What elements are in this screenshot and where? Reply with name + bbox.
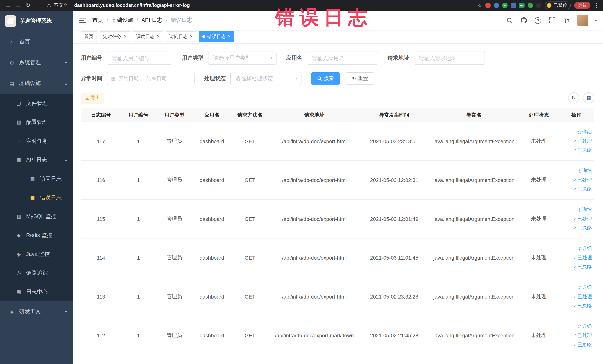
sidebar-item[interactable]: ◉Java 监控	[0, 245, 73, 263]
forward-icon[interactable]: →	[14, 2, 23, 8]
app-logo[interactable]: 芋道管理系统	[0, 11, 73, 32]
row-action-ignored-link[interactable]: ✓已忽略	[560, 223, 592, 233]
cell-actions: ◎详细✓已处理✓已忽略	[558, 122, 594, 161]
redis-monitor-icon: ◆	[15, 232, 22, 238]
row-action-ignored-link[interactable]: ✓已忽略	[560, 301, 592, 310]
close-icon[interactable]: ×	[157, 34, 160, 39]
api-log-icon: ▧	[15, 157, 22, 163]
sidebar-item[interactable]: ⚙系统管理▾	[0, 52, 73, 73]
cell-status: 未处理	[519, 316, 558, 355]
home-icon[interactable]: ⌂	[34, 2, 42, 8]
tab-active[interactable]: 错误日志×	[199, 31, 234, 42]
github-icon[interactable]	[520, 16, 528, 24]
sidebar-item[interactable]: ▣日志中心	[0, 282, 73, 301]
sidebar-toggle-icon[interactable]	[79, 18, 86, 23]
row-action-processed-link[interactable]: ✓已处理	[560, 137, 592, 146]
cell-app: dashboard	[193, 238, 231, 277]
tab-item[interactable]: 定时任务×	[100, 31, 130, 42]
row-action-processed-link[interactable]: ✓已处理	[560, 331, 592, 340]
export-button[interactable]: 导出	[81, 93, 104, 103]
search-button[interactable]: 搜索	[311, 72, 340, 84]
row-action-detail-link[interactable]: ◎详细	[560, 283, 592, 292]
view-icon: ◎	[578, 285, 581, 290]
font-size-icon[interactable]: TT	[563, 16, 570, 24]
row-action-ignored-link[interactable]: ✓已忽略	[560, 146, 592, 155]
search-icon[interactable]	[506, 16, 513, 24]
sidebar-item[interactable]: ◈研发工具▾	[0, 301, 73, 322]
extension-blue-drop-icon[interactable]	[494, 3, 499, 8]
extension-paw-icon[interactable]	[536, 3, 542, 8]
sidebar-item[interactable]: ◔定时任务	[0, 132, 73, 151]
cell-actions: ◎详细✓已处理✓已忽略	[558, 238, 594, 277]
help-icon[interactable]: ?	[534, 16, 542, 24]
row-action-processed-link[interactable]: ✓已处理	[560, 292, 592, 301]
browser-menu-icon[interactable]: ⋮	[594, 2, 599, 8]
tab-item[interactable]: 首页	[81, 31, 97, 42]
sidebar-item[interactable]: ◎链路追踪	[0, 263, 73, 282]
extension-on-badge-icon[interactable]: on	[519, 3, 525, 8]
user-type-select[interactable]: 请选择用户类型 ▾	[208, 52, 276, 65]
sidebar-item[interactable]: ▧API 日志▴	[0, 150, 73, 169]
sidebar-item[interactable]: ▥MySQL 监控	[0, 207, 73, 226]
row-action-detail-link[interactable]: ◎详细	[560, 244, 592, 253]
fullscreen-icon[interactable]	[548, 16, 556, 24]
sidebar-item[interactable]: ▨访问日志	[0, 169, 73, 188]
close-icon[interactable]: ×	[228, 34, 231, 39]
back-icon[interactable]: ←	[4, 2, 12, 8]
cell-status: 未处理	[519, 238, 558, 277]
sidebar-item[interactable]: ▢文件管理	[0, 94, 73, 113]
breadcrumb-item[interactable]: 首页	[92, 17, 103, 24]
paused-badge[interactable]: 已暂停	[545, 1, 571, 9]
row-action-processed-link[interactable]: ✓已处理	[560, 176, 592, 185]
user-avatar[interactable]	[577, 15, 588, 26]
sidebar-item[interactable]: ▤基础设施▴	[0, 73, 73, 94]
extension-leaf-icon[interactable]	[528, 3, 533, 8]
row-action-detail-link[interactable]: ◎详细	[560, 322, 592, 331]
request-url-input[interactable]	[414, 52, 485, 64]
tab-item[interactable]: 访问日志×	[166, 31, 196, 42]
row-action-ignored-link[interactable]: ✓已忽略	[560, 340, 592, 349]
extension-red-icon[interactable]	[485, 3, 491, 8]
date-range-picker[interactable]: ▦ 开始日期 - 结束日期	[107, 72, 195, 85]
avatar-caret-down-icon[interactable]: ▾	[595, 18, 597, 23]
row-action-processed-link[interactable]: ✓已处理	[560, 214, 592, 224]
bookmark-star-icon[interactable]: ☆	[477, 2, 482, 8]
sidebar-item-label: 错误日志	[40, 194, 61, 201]
sidebar-item[interactable]: ⌂首页	[0, 32, 73, 52]
breadcrumb-item[interactable]: 基础设施	[111, 17, 133, 24]
sidebar-item[interactable]: ◆Redis 监控	[0, 226, 73, 245]
tab-item[interactable]: 调度日志×	[133, 31, 163, 42]
browser-update-button[interactable]: 更新	[574, 2, 590, 9]
row-action-processed-link[interactable]: ✓已处理	[560, 253, 592, 262]
column-visibility-button[interactable]: ▦	[583, 92, 594, 104]
extension-green-v-icon[interactable]: V	[502, 3, 508, 8]
filter-row-2: 异常时间 ▦ 开始日期 - 结束日期 处理状态 请选择处理状态 ▾	[81, 72, 594, 85]
refresh-table-button[interactable]: ↻	[568, 92, 579, 104]
cell-method: GET	[231, 316, 269, 355]
user-id-input[interactable]	[107, 52, 172, 64]
cell-exception: java.lang.IllegalArgumentException	[429, 277, 519, 316]
page-url[interactable]: dashboard.yudao.iocoder.cn/infra/log/api…	[74, 3, 190, 8]
sidebar-item-label: 系统管理	[19, 59, 41, 66]
cell-app: dashboard	[193, 200, 231, 238]
sidebar-item[interactable]: ▥配置管理	[0, 113, 73, 132]
app-name-input[interactable]	[307, 52, 378, 64]
row-action-detail-link[interactable]: ◎详细	[560, 127, 592, 137]
breadcrumb-item: 错误日志	[171, 17, 192, 24]
process-status-select[interactable]: 请选择处理状态 ▾	[231, 72, 302, 85]
extension-grid-icon[interactable]	[511, 3, 516, 8]
breadcrumb-item[interactable]: API 日志	[141, 17, 162, 24]
row-action-detail-link[interactable]: ◎详细	[560, 166, 592, 176]
row-action-ignored-link[interactable]: ✓已忽略	[560, 185, 592, 194]
reload-icon[interactable]: ↻	[24, 2, 33, 8]
address-bar[interactable]: ⚠ 不安全 | dashboard.yudao.iocoder.cn/infra…	[47, 2, 476, 9]
close-icon[interactable]: ×	[124, 34, 127, 39]
action-label: 已处理	[577, 177, 592, 183]
cell-actions: ◎详细✓已处理✓已忽略	[558, 316, 594, 355]
row-action-detail-link[interactable]: ◎详细	[560, 205, 592, 214]
sidebar-item[interactable]: ▧错误日志	[0, 188, 73, 207]
close-icon[interactable]: ×	[190, 34, 193, 39]
sidebar-item-label: Java 监控	[26, 251, 50, 258]
row-action-ignored-link[interactable]: ✓已忽略	[560, 262, 592, 272]
reset-button[interactable]: ↻ 重置	[346, 72, 374, 84]
